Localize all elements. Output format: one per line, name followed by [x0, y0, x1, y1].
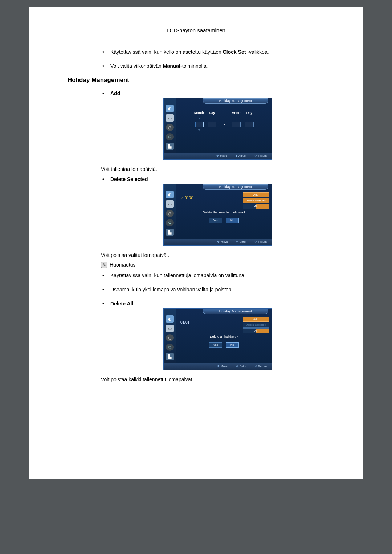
move-icon: ✥ [217, 240, 220, 243]
down-arrow-icon: ▼ [198, 129, 201, 131]
section-heading: Holiday Management [68, 77, 324, 84]
context-menu: Add Delete Selected All [243, 192, 269, 209]
return-icon: ↺ [254, 365, 257, 368]
enter-icon: ⏎ [236, 365, 238, 368]
delete-all-label: Delete All [110, 301, 133, 307]
document-page: LCD-näytön säätäminen Käytettävissä vain… [29, 7, 363, 479]
menu-delete-selected[interactable]: Delete Selected [243, 198, 269, 203]
add-caption: Voit tallentaa lomapäiviä. [101, 166, 324, 172]
side-icon-5: ▙ [166, 353, 174, 360]
context-menu: Add Delete Selected All [243, 317, 269, 333]
note-bullet-2: Useampi kuin yksi lomapäivä voidaan vali… [101, 286, 324, 294]
side-icon-3: ◷ [166, 124, 174, 131]
confirm-prompt: Delete all holidays? Yes No [195, 335, 253, 348]
osd-side-icons: ◐ ▭ ◷ ⚙ ▙ [164, 184, 176, 239]
side-icon-1: ◐ [166, 315, 174, 323]
note-label: Huomautus [110, 262, 136, 268]
header-rule [68, 36, 324, 36]
side-icon-3: ◷ [166, 334, 174, 341]
osd-footer: ✥Move ⏎Enter ↺Return [164, 239, 272, 245]
delete-selected-bullet: Delete Selected Holiday Management ◐ ▭ ◷… [101, 176, 324, 246]
intro-bullet-2: Voit valita viikonpäivän Manual-toiminno… [101, 62, 324, 70]
side-icon-4: ⚙ [166, 133, 174, 140]
yes-button[interactable]: Yes [209, 342, 222, 348]
day-input-1[interactable]: -- [208, 122, 216, 127]
menu-delete-selected[interactable]: Delete Selected [243, 323, 269, 328]
delete-all-caption: Voit poistaa kaikki tallennetut lomapäiv… [101, 377, 324, 382]
osd-footer: ✥Move ◆Adjust ↺Return [164, 153, 272, 159]
move-icon: ✥ [216, 154, 219, 157]
side-icon-2: ▭ [166, 325, 174, 332]
menu-all[interactable]: All [243, 204, 269, 209]
return-icon: ↺ [254, 154, 257, 157]
no-button[interactable]: No [226, 218, 239, 223]
osd-side-icons: ◐ ▭ ◷ ⚙ ▙ [164, 98, 176, 153]
month-input-2[interactable]: -- [232, 122, 241, 127]
return-icon: ↺ [254, 240, 257, 243]
confirm-prompt: Delete the selected holidays? Yes No [195, 210, 253, 223]
month-input-1[interactable]: -- [195, 122, 204, 127]
osd-footer: ✥Move ⏎Enter ↺Return [164, 363, 272, 370]
yes-button[interactable]: Yes [209, 218, 222, 223]
side-icon-2: ▭ [166, 200, 174, 208]
menu-add[interactable]: Add [243, 317, 269, 322]
range-tilde: ~ [223, 122, 225, 127]
menu-add[interactable]: Add [243, 192, 269, 197]
delete-selected-caption: Voit poistaa valitut lomapäivät. [101, 252, 324, 258]
move-icon: ✥ [217, 365, 220, 368]
page-header: LCD-näytön säätäminen [68, 27, 324, 33]
add-bullet: Add Holiday Management ◐ ▭ ◷ ⚙ ▙ [101, 90, 324, 160]
delete-selected-label: Delete Selected [110, 176, 148, 182]
note-row: ✎ Huomautus [101, 262, 324, 268]
side-icon-4: ⚙ [166, 219, 174, 226]
enter-icon: ⏎ [236, 240, 238, 243]
note-bullet-1: Käytettävissä vain, kun tallennettuja lo… [101, 272, 324, 279]
side-icon-1: ◐ [166, 105, 174, 112]
menu-all[interactable]: All [243, 328, 269, 333]
check-icon: ✓ [180, 195, 183, 201]
delete-all-bullet: Delete All Holiday Management ◐ ▭ ◷ ⚙ ▙ [101, 300, 324, 370]
side-icon-4: ⚙ [166, 344, 174, 351]
side-icon-3: ◷ [166, 210, 174, 217]
osd-delete-selected-screenshot: Holiday Management ◐ ▭ ◷ ⚙ ▙ ✓ 01 [163, 184, 272, 246]
intro-bullet-1: Käytettävissä vain, kun kello on asetett… [101, 48, 324, 56]
footer-rule [68, 459, 324, 459]
adjust-icon: ◆ [235, 154, 237, 157]
month-day-row: Month ▲ -- ▼ Day -- [180, 111, 268, 131]
add-label: Add [110, 90, 120, 96]
side-icon-2: ▭ [166, 114, 174, 122]
intro-section: Käytettävissä vain, kun kello on asetett… [101, 48, 324, 70]
side-icon-5: ▙ [166, 229, 174, 236]
side-icon-1: ◐ [166, 191, 174, 198]
no-button[interactable]: No [226, 342, 239, 348]
day-input-2[interactable]: -- [245, 122, 254, 127]
side-icon-5: ▙ [166, 143, 174, 150]
osd-side-icons: ◐ ▭ ◷ ⚙ ▙ [164, 309, 176, 363]
up-arrow-icon: ▲ [198, 118, 201, 120]
osd-add-screenshot: Holiday Management ◐ ▭ ◷ ⚙ ▙ [163, 98, 272, 160]
osd-delete-all-screenshot: Holiday Management ◐ ▭ ◷ ⚙ ▙ 01/01 [163, 308, 272, 370]
note-icon: ✎ [101, 262, 107, 268]
